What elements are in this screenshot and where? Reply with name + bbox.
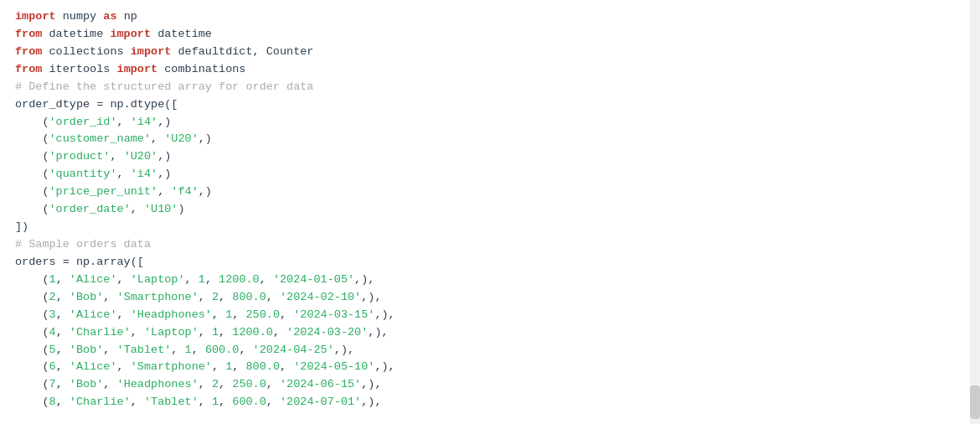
plain-token: , <box>212 308 225 321</box>
plain-token: , <box>56 360 70 373</box>
plain-token: , <box>56 344 70 356</box>
plain-token: collections <box>42 45 130 58</box>
scrollbar-thumb[interactable] <box>970 385 980 419</box>
plain-token: , <box>219 378 232 390</box>
plain-token: ( <box>15 308 49 321</box>
string-token: 'Bob' <box>70 291 104 303</box>
plain-token: ( <box>15 378 49 390</box>
string-token: 'U20' <box>164 132 199 145</box>
code-line: orders = np.array([ <box>15 254 980 271</box>
string-token: '2024-02-10' <box>280 291 361 303</box>
string-token: 'Alice' <box>70 360 117 373</box>
scrollbar[interactable] <box>970 0 980 424</box>
plain-token: ,), <box>334 344 354 356</box>
plain-token: ,), <box>374 360 395 373</box>
string-token: 'Alice' <box>70 308 117 321</box>
code-line: ('order_date', 'U10') <box>15 201 980 219</box>
plain-token: , <box>212 360 225 373</box>
plain-token: ,) <box>199 185 212 198</box>
plain-token: , <box>280 308 293 321</box>
number-token: 1 <box>212 396 219 408</box>
string-token: 'U10' <box>144 203 178 215</box>
string-token: 'i4' <box>131 168 157 180</box>
number-token: 600.0 <box>232 396 266 408</box>
number-token: 4 <box>49 326 56 339</box>
plain-token: combinations <box>157 63 245 75</box>
code-line: (3, 'Alice', 'Headphones', 1, 250.0, '20… <box>15 307 980 324</box>
number-token: 8 <box>49 396 56 408</box>
plain-token: , <box>56 396 70 408</box>
plain-token: ]) <box>15 220 28 233</box>
plain-token: orders = np.array([ <box>15 256 144 268</box>
code-line: ('customer_name', 'U20',) <box>15 131 980 148</box>
number-token: 6 <box>49 360 56 373</box>
code-line: (8, 'Charlie', 'Tablet', 1, 600.0, '2024… <box>15 394 980 411</box>
plain-token: , <box>103 378 116 390</box>
kw-from-token: from <box>15 28 42 40</box>
kw-import-token: import <box>131 45 172 58</box>
kw-import-token: import <box>117 63 158 75</box>
number-token: 2 <box>212 291 219 303</box>
plain-token: , <box>56 308 70 321</box>
plain-token: np <box>117 10 137 23</box>
plain-token: , <box>266 396 280 408</box>
number-token: 2 <box>212 378 219 390</box>
plain-token: , <box>219 326 232 339</box>
plain-token: ( <box>15 291 49 303</box>
comment-token: # Define the structured array for order … <box>15 80 313 93</box>
string-token: 'Bob' <box>70 344 104 356</box>
string-token: 'price_per_unit' <box>49 185 158 198</box>
string-token: '2024-07-01' <box>280 396 361 408</box>
kw-as-token: as <box>103 10 116 23</box>
string-token: '2024-05-10' <box>293 360 374 373</box>
plain-token: ,) <box>199 132 212 145</box>
plain-token: , <box>199 396 212 408</box>
code-line: # Define the structured array for order … <box>15 79 980 96</box>
plain-token: datetime <box>151 28 212 40</box>
number-token: 250.0 <box>232 378 266 390</box>
plain-token: , <box>56 326 70 339</box>
plain-token: ,), <box>361 291 381 303</box>
plain-token: , <box>232 308 245 321</box>
plain-token: ( <box>15 185 49 198</box>
plain-token: , <box>131 396 144 408</box>
string-token: 'Charlie' <box>70 396 131 408</box>
plain-token: , <box>280 360 293 373</box>
plain-token: ( <box>15 360 49 373</box>
code-line: ('product', 'U20',) <box>15 148 980 166</box>
kw-import-token: import <box>110 28 151 40</box>
number-token: 1200.0 <box>232 326 273 339</box>
code-line: # Sample orders data <box>15 236 980 254</box>
plain-token: , <box>185 273 199 286</box>
plain-token: , <box>117 116 131 128</box>
plain-token: ,), <box>354 273 374 286</box>
number-token: 5 <box>49 344 56 356</box>
string-token: '2024-06-15' <box>280 378 361 390</box>
kw-import-token: import <box>15 10 56 23</box>
code-line: (4, 'Charlie', 'Laptop', 1, 1200.0, '202… <box>15 324 980 342</box>
code-line: from datetime import datetime <box>15 26 980 44</box>
code-line: ('order_id', 'i4',) <box>15 114 980 132</box>
string-token: '2024-03-20' <box>286 326 368 339</box>
code-line: ('price_per_unit', 'f4',) <box>15 184 980 201</box>
number-token: 3 <box>49 308 56 321</box>
code-line: from collections import defaultdict, Cou… <box>15 44 980 61</box>
plain-token: , <box>117 273 131 286</box>
plain-token: , <box>219 291 232 303</box>
number-token: 1 <box>212 326 219 339</box>
string-token: 'customer_name' <box>49 132 152 145</box>
plain-token: ,), <box>361 378 381 390</box>
string-token: 'f4' <box>171 185 198 198</box>
plain-token: ( <box>15 150 49 163</box>
plain-token: , <box>205 273 219 286</box>
plain-token: , <box>260 273 273 286</box>
plain-token: ( <box>15 203 49 215</box>
kw-from-token: from <box>15 45 42 58</box>
plain-token: , <box>56 378 70 390</box>
string-token: 'Laptop' <box>131 273 185 286</box>
plain-token: , <box>117 168 131 180</box>
plain-token: , <box>266 291 280 303</box>
code-lines: import numpy as npfrom datetime import d… <box>15 8 980 411</box>
plain-token: , <box>199 291 212 303</box>
plain-token: , <box>151 132 164 145</box>
